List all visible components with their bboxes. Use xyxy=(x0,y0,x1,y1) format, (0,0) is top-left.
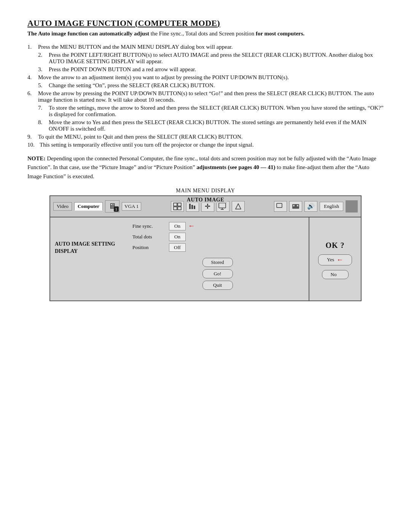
page-title: AUTO IMAGE FUNCTION (COMPUTER MODE) xyxy=(27,18,384,28)
yes-button[interactable]: Yes ← xyxy=(318,254,352,265)
svg-rect-5 xyxy=(191,205,193,209)
main-menu-label: MAIN MENU DISPLAY xyxy=(176,188,235,194)
svg-rect-4 xyxy=(189,204,191,209)
svg-rect-11 xyxy=(277,203,282,208)
no-button[interactable]: No xyxy=(322,270,349,279)
quit-button[interactable]: Quit xyxy=(202,281,233,290)
steps-list: 1. Press the MENU BUTTON and the MAIN ME… xyxy=(27,44,384,148)
step-5: 5. Change the setting “On”, press the SE… xyxy=(27,82,384,89)
note-section: NOTE: Depending upon the connected Perso… xyxy=(27,154,384,181)
step-8: 8. Move the arrow to Yes and then press … xyxy=(27,119,384,132)
icon-speaker: 🔊 xyxy=(304,201,317,212)
icon-triangle xyxy=(232,201,245,212)
icon-screen xyxy=(274,201,287,212)
setting-panels: AUTO IMAGE SETTING DISPLAY Fine sync. On… xyxy=(49,217,309,301)
svg-marker-10 xyxy=(236,204,241,209)
subtitle: The Auto image function can automaticall… xyxy=(27,30,384,37)
yes-arrow: ← xyxy=(336,256,343,264)
icon-grid xyxy=(171,201,184,212)
vga-box: VGA 1 xyxy=(122,202,141,211)
step-7: 7. To store the settings, move the arrow… xyxy=(27,105,384,118)
step-6: 6. Move the arrow by pressing the POINT … xyxy=(27,90,384,103)
computer-icon: 🖥 1 xyxy=(105,200,119,212)
action-buttons: Stored Go! Quit xyxy=(132,258,303,290)
english-button[interactable]: English xyxy=(320,202,343,211)
position-row: Position Off xyxy=(132,243,303,252)
ok-panel: OK ? Yes ← No xyxy=(309,217,362,301)
tab-video[interactable]: Video xyxy=(53,202,72,211)
step-3: 3. Press the POINT DOWN BUTTON and a red… xyxy=(27,66,384,73)
svg-rect-2 xyxy=(174,207,177,210)
auto-image-label: AUTO IMAGE xyxy=(184,197,227,203)
fine-sync-row: Fine sync. On ← xyxy=(132,222,303,230)
step-2: 2. Press the POINT LEFT/RIGHT BUTTON(s) … xyxy=(27,52,384,65)
auto-image-setting-label: AUTO IMAGE SETTING DISPLAY xyxy=(50,217,126,260)
total-dots-row: Total dots On xyxy=(132,233,303,241)
step-9: 9. To quit the MENU, point to Quit and t… xyxy=(27,134,384,140)
gray-square-icon xyxy=(346,200,358,212)
svg-rect-14 xyxy=(297,205,298,206)
svg-rect-1 xyxy=(178,203,181,206)
diagram-wrapper: MAIN MENU DISPLAY Video Computer AUTO IM… xyxy=(27,188,384,301)
right-icons: 🔊 English xyxy=(274,200,358,212)
step-10: 10. This setting is temporarily effectiv… xyxy=(27,142,384,148)
menu-bar: Video Computer AUTO IMAGE 🖥 1 VGA 1 ✛ xyxy=(49,195,362,217)
lower-panels: AUTO IMAGE SETTING DISPLAY Fine sync. On… xyxy=(49,217,362,301)
icon-film xyxy=(289,201,302,212)
tab-computer[interactable]: Computer xyxy=(74,202,103,211)
step-4: 4. Move the arrow to an adjustment item(… xyxy=(27,74,384,81)
fine-sync-arrow: ← xyxy=(188,222,195,230)
setting-panel: Fine sync. On ← Total dots On Position O… xyxy=(126,217,309,294)
ok-title: OK ? xyxy=(326,241,345,250)
stored-button[interactable]: Stored xyxy=(202,258,233,267)
step-1: 1. Press the MENU BUTTON and the MAIN ME… xyxy=(27,44,384,50)
go-button[interactable]: Go! xyxy=(202,269,233,278)
svg-rect-7 xyxy=(219,203,226,208)
svg-rect-6 xyxy=(194,206,195,209)
svg-rect-0 xyxy=(174,203,177,206)
svg-rect-13 xyxy=(293,205,295,206)
svg-rect-3 xyxy=(178,207,181,210)
